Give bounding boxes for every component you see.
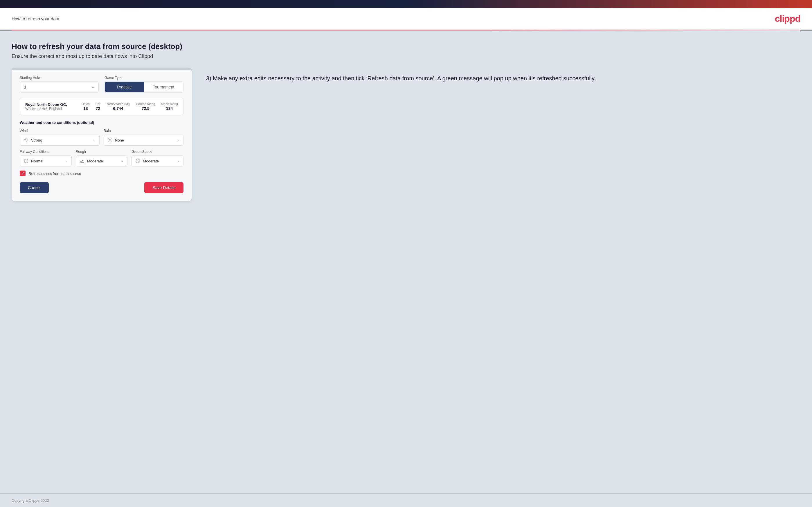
practice-button[interactable]: Practice bbox=[105, 82, 144, 92]
wind-value: Strong bbox=[31, 138, 91, 143]
course-stat-slope-rating: Slope rating 134 bbox=[161, 102, 178, 111]
card-top-strip bbox=[12, 68, 192, 70]
course-info-box: Royal North Devon GC, Westward Ho!, Engl… bbox=[20, 98, 184, 115]
refresh-checkbox-row: ✓ Refresh shots from data source bbox=[20, 171, 184, 176]
wind-group: Wind Strong ⌄ bbox=[20, 129, 100, 146]
conditions-section-label: Weather and course conditions (optional) bbox=[20, 120, 184, 125]
game-type-toggle: Practice Tournament bbox=[104, 81, 184, 93]
rain-select[interactable]: None ⌄ bbox=[104, 134, 184, 146]
course-stat-par: Par 72 bbox=[96, 102, 100, 111]
header-title: How to refresh your data bbox=[12, 16, 59, 21]
fairway-select[interactable]: Normal ⌄ bbox=[20, 156, 72, 167]
rain-label: Rain bbox=[104, 129, 184, 133]
conditions-row-1: Wind Strong ⌄ Rain No bbox=[20, 129, 184, 146]
main-content: How to refresh your data from source (de… bbox=[0, 31, 812, 493]
par-label: Par bbox=[96, 102, 100, 106]
course-stat-yards: Yards/White (M)) 6,744 bbox=[106, 102, 130, 111]
green-speed-group: Green Speed Moderate ⌄ bbox=[132, 150, 184, 167]
tournament-button[interactable]: Tournament bbox=[144, 82, 183, 92]
slope-rating-label: Slope rating bbox=[161, 102, 178, 106]
starting-hole-value: 1 bbox=[24, 85, 92, 89]
course-stat-course-rating: Course rating 72.5 bbox=[136, 102, 155, 111]
game-type-label: Game Type bbox=[104, 76, 184, 80]
par-value: 72 bbox=[96, 106, 100, 111]
instruction-text: 3) Make any extra edits necessary to the… bbox=[206, 74, 798, 83]
instruction-panel: 3) Make any extra edits necessary to the… bbox=[203, 68, 800, 89]
wind-label: Wind bbox=[20, 129, 100, 133]
form-top-row: Starting Hole 1 ⌄ Game Type Practice Tou… bbox=[20, 76, 184, 93]
refresh-checkbox-label: Refresh shots from data source bbox=[29, 171, 81, 176]
wind-icon bbox=[23, 137, 29, 143]
conditions-row-2: Fairway Conditions Normal ⌄ Rough bbox=[20, 150, 184, 167]
footer: Copyright Clippd 2022 bbox=[0, 493, 812, 507]
cancel-button[interactable]: Cancel bbox=[20, 182, 49, 193]
green-speed-icon bbox=[135, 158, 141, 164]
fairway-group: Fairway Conditions Normal ⌄ bbox=[20, 150, 72, 167]
fairway-label: Fairway Conditions bbox=[20, 150, 72, 154]
holes-value: 18 bbox=[82, 106, 90, 111]
form-card: Starting Hole 1 ⌄ Game Type Practice Tou… bbox=[12, 68, 192, 201]
page-heading: How to refresh your data from source (de… bbox=[12, 42, 800, 51]
starting-hole-group: Starting Hole 1 ⌄ bbox=[20, 76, 99, 93]
rough-group: Rough Moderate ⌄ bbox=[76, 150, 128, 167]
svg-line-8 bbox=[111, 138, 111, 139]
svg-point-0 bbox=[109, 139, 111, 141]
chevron-down-icon: ⌄ bbox=[92, 85, 94, 89]
fairway-value: Normal bbox=[31, 159, 63, 163]
yards-value: 6,744 bbox=[106, 106, 130, 111]
green-speed-value: Moderate bbox=[143, 159, 174, 163]
rough-chevron-icon: ⌄ bbox=[121, 159, 124, 163]
save-button[interactable]: Save Details bbox=[144, 182, 184, 193]
checkmark-icon: ✓ bbox=[21, 171, 24, 176]
course-name-block: Royal North Devon GC, Westward Ho!, Engl… bbox=[25, 102, 76, 111]
course-location: Westward Ho!, England bbox=[25, 107, 76, 111]
form-buttons: Cancel Save Details bbox=[20, 182, 184, 193]
yards-label: Yards/White (M)) bbox=[106, 102, 130, 106]
refresh-checkbox[interactable]: ✓ bbox=[20, 171, 26, 176]
rough-select[interactable]: Moderate ⌄ bbox=[76, 156, 128, 167]
rough-value: Moderate bbox=[87, 159, 119, 163]
green-speed-label: Green Speed bbox=[132, 150, 184, 154]
course-rating-label: Course rating bbox=[136, 102, 155, 106]
slope-rating-value: 134 bbox=[161, 106, 178, 111]
course-name: Royal North Devon GC, bbox=[25, 102, 76, 107]
rough-icon bbox=[80, 158, 85, 164]
rain-chevron-icon: ⌄ bbox=[177, 138, 180, 142]
copyright-text: Copyright Clippd 2022 bbox=[12, 498, 49, 503]
starting-hole-label: Starting Hole bbox=[20, 76, 99, 80]
green-speed-chevron-icon: ⌄ bbox=[177, 159, 180, 163]
starting-hole-select[interactable]: 1 ⌄ bbox=[20, 81, 99, 93]
top-bar bbox=[0, 0, 812, 8]
holes-label: Holes bbox=[82, 102, 90, 106]
course-rating-value: 72.5 bbox=[136, 106, 155, 111]
content-row: Starting Hole 1 ⌄ Game Type Practice Tou… bbox=[12, 68, 800, 201]
page-subheading: Ensure the correct and most up to date d… bbox=[12, 53, 800, 59]
fairway-chevron-icon: ⌄ bbox=[65, 159, 68, 163]
rough-label: Rough bbox=[76, 150, 128, 154]
rain-group: Rain None ⌄ bbox=[104, 129, 184, 146]
course-stat-holes: Holes 18 bbox=[82, 102, 90, 111]
wind-select[interactable]: Strong ⌄ bbox=[20, 134, 100, 146]
logo: clippd bbox=[775, 13, 800, 24]
header: How to refresh your data clippd bbox=[0, 8, 812, 30]
rain-value: None bbox=[115, 138, 174, 143]
green-speed-select[interactable]: Moderate ⌄ bbox=[132, 156, 184, 167]
fairway-icon bbox=[23, 158, 29, 164]
wind-chevron-icon: ⌄ bbox=[93, 138, 96, 142]
game-type-group: Game Type Practice Tournament bbox=[104, 76, 184, 93]
rain-icon bbox=[107, 137, 113, 143]
svg-line-4 bbox=[111, 141, 111, 142]
